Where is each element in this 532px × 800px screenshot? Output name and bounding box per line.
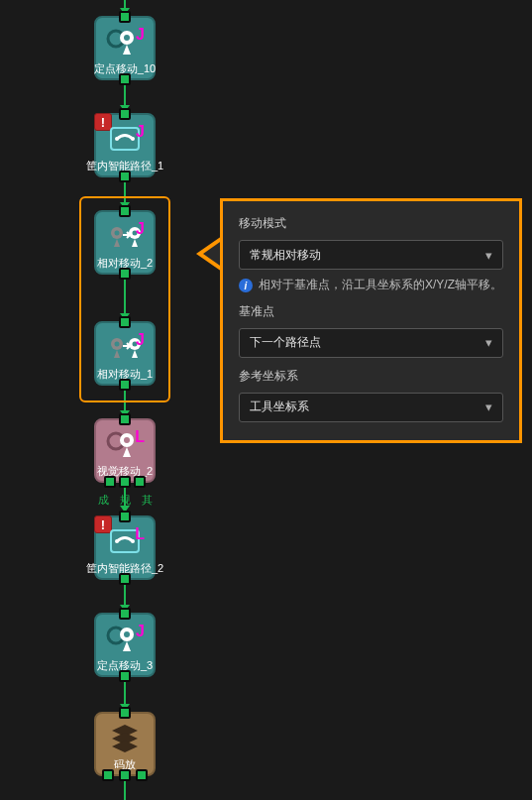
svg-point-5 <box>131 137 135 141</box>
mode-value: 常规相对移动 <box>250 247 485 264</box>
node-smart-path-1[interactable]: ! J 筐内智能路径_1 <box>94 113 156 177</box>
base-select[interactable]: 下一个路径点 ▾ <box>239 328 503 358</box>
base-label: 基准点 <box>239 303 503 320</box>
mode-select[interactable]: 常规相对移动 ▾ <box>239 240 503 270</box>
base-value: 下一个路径点 <box>250 334 485 351</box>
stack-icon <box>108 721 142 754</box>
svg-point-2 <box>124 35 130 41</box>
badge-l: L <box>135 525 145 543</box>
flow-canvas[interactable]: J 定点移动_10 ! J 筐内智能路径_1 <box>0 0 532 800</box>
svg-point-11 <box>115 342 120 347</box>
badge-l: L <box>135 428 145 446</box>
node-relative-move-2[interactable]: J 相对移动_2 <box>94 210 156 275</box>
mode-label: 移动模式 <box>239 215 503 232</box>
node-stack[interactable]: 码放 <box>94 712 156 776</box>
svg-point-16 <box>124 437 130 443</box>
ref-value: 工具坐标系 <box>250 399 485 415</box>
node-fixed-move-3[interactable]: J 定点移动_3 <box>94 613 156 677</box>
ref-select[interactable]: 工具坐标系 ▾ <box>239 393 503 422</box>
branch-labels: 成 规 其 <box>98 493 153 508</box>
node-fixed-move-10[interactable]: J 定点移动_10 <box>94 16 156 80</box>
node-relative-move-1[interactable]: J 相对移动_1 <box>94 321 156 386</box>
svg-point-18 <box>115 539 119 543</box>
chevron-down-icon: ▾ <box>485 248 492 263</box>
node-visual-move-2[interactable]: L 视觉移动_2 <box>94 418 156 483</box>
ref-label: 参考坐标系 <box>239 368 503 385</box>
svg-point-4 <box>115 137 119 141</box>
properties-panel: 移动模式 常规相对移动 ▾ i 相对于基准点，沿工具坐标系的X/Y/Z轴平移。 … <box>220 198 522 443</box>
badge-j: J <box>136 331 145 349</box>
badge-j: J <box>136 123 145 141</box>
badge-j: J <box>136 26 145 44</box>
svg-point-7 <box>115 231 120 236</box>
badge-j: J <box>136 220 145 238</box>
node-smart-path-2[interactable]: ! L 筐内智能路径_2 <box>94 515 156 580</box>
chevron-down-icon: ▾ <box>485 335 492 350</box>
svg-point-22 <box>124 631 130 637</box>
badge-j: J <box>136 623 145 640</box>
info-icon: i <box>239 279 253 292</box>
chevron-down-icon: ▾ <box>485 400 492 414</box>
info-text: 相对于基准点，沿工具坐标系的X/Y/Z轴平移。 <box>259 278 502 293</box>
